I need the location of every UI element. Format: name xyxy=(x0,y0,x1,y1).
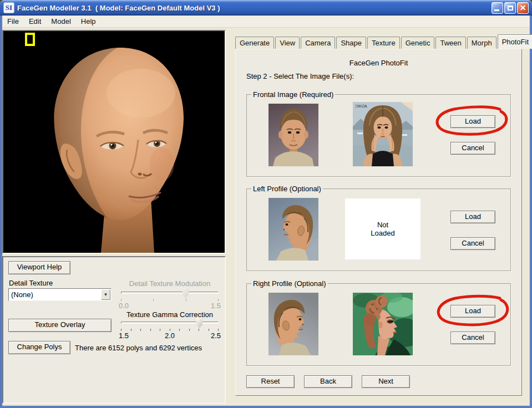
tab-shape[interactable]: Shape xyxy=(336,37,366,49)
gamma-min-label: 1.5 xyxy=(119,332,129,340)
minimize-icon xyxy=(494,9,499,11)
viewport-help-button[interactable]: Viewport Help xyxy=(8,261,70,274)
frontal-group-title: Frontal Image (Required) xyxy=(251,90,335,99)
menu-help[interactable]: Help xyxy=(76,16,101,27)
app-window: SI FaceGen Modeller 3.1 ( Model: FaceGen… xyxy=(0,0,532,408)
menu-bar: File Edit Model Help xyxy=(2,16,530,28)
maximize-icon xyxy=(508,6,513,11)
frontal-loaded-photo: ƆIKOA xyxy=(353,102,413,166)
reset-button[interactable]: Reset xyxy=(246,375,295,388)
tab-view[interactable]: View xyxy=(275,37,300,49)
window-controls: ✕ xyxy=(492,2,529,14)
tab-strip: Generate View Camera Shape Texture Genet… xyxy=(235,34,532,49)
modulation-slider xyxy=(121,287,219,303)
client-area: File Edit Model Help xyxy=(2,16,530,406)
app-logo-icon[interactable]: SI xyxy=(3,2,14,13)
window-title: FaceGen Modeller 3.1 ( Model: FaceGen De… xyxy=(17,4,220,12)
window-border-right xyxy=(530,16,532,408)
minimize-button[interactable] xyxy=(492,2,503,14)
tab-photofit[interactable]: PhotoFit xyxy=(498,34,532,49)
maximize-button[interactable] xyxy=(504,2,516,14)
right-profile-group: Right Profile (Optional) xyxy=(246,283,511,366)
right-profile-example-photo xyxy=(268,293,318,355)
gamma-mid-label: 2.0 xyxy=(165,332,175,340)
viewport-3d[interactable] xyxy=(2,30,226,254)
gamma-slider-track[interactable] xyxy=(121,322,219,324)
texture-overlay-button[interactable]: Texture Overlay xyxy=(8,319,112,332)
not-loaded-line1: Not xyxy=(377,221,388,229)
gamma-slider-thumb[interactable] xyxy=(196,318,202,328)
photofit-heading: FaceGen PhotoFit xyxy=(236,59,521,67)
menu-model[interactable]: Model xyxy=(46,16,75,27)
left-profile-group-title: Left Profile (Optional) xyxy=(251,185,323,193)
left-profile-group: Left Profile (Optional) xyxy=(246,188,511,271)
modulation-slider-track xyxy=(121,292,219,294)
modulation-slider-thumb xyxy=(183,288,189,298)
tab-genetic[interactable]: Genetic xyxy=(401,37,435,49)
right-profile-group-title: Right Profile (Optional) xyxy=(251,279,328,288)
frontal-image-group: Frontal Image (Required) xyxy=(246,94,511,177)
modulation-label: Detail Texture Modulation xyxy=(119,279,221,288)
not-loaded-line2: Loaded xyxy=(371,229,394,237)
left-profile-load-button[interactable]: Load xyxy=(450,211,495,223)
menu-file[interactable]: File xyxy=(2,16,24,27)
right-profile-load-button[interactable]: Load xyxy=(450,305,495,318)
frontal-example-photo xyxy=(268,104,318,166)
face-3d-render xyxy=(3,31,225,253)
window-border-bottom xyxy=(0,406,532,408)
texture-controls-panel: Viewport Help Detail Texture (None) ▼ De… xyxy=(2,256,226,404)
tab-morph[interactable]: Morph xyxy=(467,37,496,49)
modulation-max-label: 1.5 xyxy=(211,302,221,310)
viewport-selection-marker xyxy=(25,33,35,46)
left-profile-cancel-button[interactable]: Cancel xyxy=(450,237,495,250)
gamma-slider[interactable] xyxy=(121,317,219,333)
gamma-max-label: 2.5 xyxy=(211,332,221,340)
frontal-load-button[interactable]: Load xyxy=(450,115,495,128)
photo-watermark: ƆIKOA xyxy=(355,104,367,108)
title-bar: SI FaceGen Modeller 3.1 ( Model: FaceGen… xyxy=(0,0,532,16)
tab-tween[interactable]: Tween xyxy=(435,37,465,49)
detail-texture-label: Detail Texture xyxy=(9,279,53,287)
change-polys-button[interactable]: Change Polys xyxy=(8,341,70,354)
close-button[interactable]: ✕ xyxy=(517,2,529,14)
left-profile-example-photo xyxy=(268,198,318,261)
right-profile-cancel-button[interactable]: Cancel xyxy=(450,332,495,344)
photofit-step-label: Step 2 - Select The Image File(s): xyxy=(246,72,354,80)
photofit-page: FaceGen PhotoFit Step 2 - Select The Ima… xyxy=(235,49,522,396)
gamma-range-labels: 1.5 2.0 2.5 xyxy=(119,332,221,340)
frontal-cancel-button[interactable]: Cancel xyxy=(450,142,495,155)
close-icon: ✕ xyxy=(518,3,528,12)
detail-texture-value: (None) xyxy=(11,290,33,299)
tab-generate[interactable]: Generate xyxy=(235,37,274,49)
right-profile-loaded-photo xyxy=(353,293,413,355)
back-button[interactable]: Back xyxy=(304,375,352,388)
chevron-down-icon[interactable]: ▼ xyxy=(101,289,110,300)
detail-texture-select[interactable]: (None) ▼ xyxy=(8,288,112,301)
modulation-range-labels: 0.0 1.5 xyxy=(119,302,221,310)
tab-camera[interactable]: Camera xyxy=(301,37,335,49)
left-profile-not-loaded-placeholder: Not Loaded xyxy=(345,198,420,259)
poly-info-text: There are 6152 polys and 6292 vertices xyxy=(75,344,202,352)
next-button[interactable]: Next xyxy=(362,375,410,388)
modulation-min-label: 0.0 xyxy=(119,302,129,310)
menu-edit[interactable]: Edit xyxy=(24,16,46,27)
tab-texture[interactable]: Texture xyxy=(367,37,400,49)
